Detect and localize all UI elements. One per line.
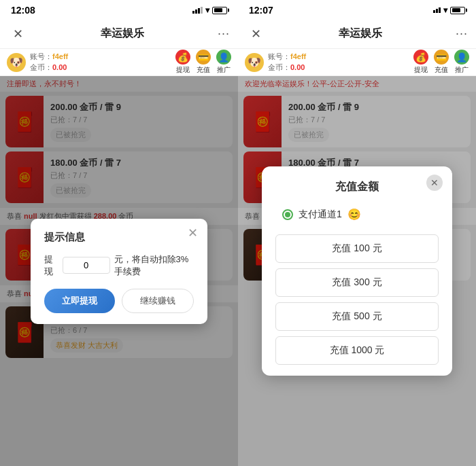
right-app-bar: ✕ 幸运娱乐 ··· — [238, 19, 476, 49]
channel-emoji: 😊 — [347, 208, 361, 221]
right-signal-icon — [433, 7, 441, 13]
left-close-button[interactable]: ✕ — [8, 26, 27, 41]
right-account: 账号：f4eff — [268, 52, 306, 62]
right-action-btns: 💰 提现 💳 充值 👤 推广 — [413, 50, 469, 75]
recharge-option-500[interactable]: 充值 500 元 — [275, 302, 439, 331]
right-recharge-btn[interactable]: 💳 充值 — [434, 50, 449, 75]
right-time: 12:07 — [249, 5, 273, 16]
immediate-withdraw-button[interactable]: 立即提现 — [44, 289, 115, 313]
recharge-icon: 💳 — [196, 50, 211, 65]
right-user-bar: 🐶 账号：f4eff 金币：0.00 💰 提现 💳 充值 👤 推广 — [238, 49, 476, 76]
dialog-title: 提示信息 — [44, 231, 194, 244]
recharge-options: 充值 100 元 充值 300 元 充值 500 元 充值 1000 元 — [275, 234, 439, 365]
right-panel: 12:07 ▾ ✕ 幸运娱乐 ··· 🐶 账号：f4eff 金币：0.00 — [238, 0, 476, 466]
left-withdraw-btn[interactable]: 💰 提现 — [175, 50, 190, 75]
recharge-option-300[interactable]: 充值 300 元 — [275, 268, 439, 297]
radio-button[interactable] — [282, 209, 293, 220]
left-account: 账号：f4eff — [30, 52, 68, 62]
right-close-button[interactable]: ✕ — [246, 26, 265, 41]
recharge-dialog: 充值金额 ✕ 支付通道1 😊 充值 100 元 充值 300 元 充值 500 … — [262, 166, 452, 376]
left-promo-btn[interactable]: 👤 推广 — [216, 50, 231, 75]
left-user-info: 账号：f4eff 金币：0.00 — [30, 52, 68, 73]
left-action-btns: 💰 提现 💳 充值 👤 推广 — [175, 50, 231, 75]
right-withdraw-btn[interactable]: 💰 提现 — [413, 50, 428, 75]
right-promo-btn[interactable]: 👤 推广 — [454, 50, 469, 75]
left-app-title: 幸运娱乐 — [27, 26, 218, 41]
right-recharge-icon: 💳 — [434, 50, 449, 65]
right-promo-icon: 👤 — [454, 50, 469, 65]
left-user-bar: 🐶 账号：f4eff 金币：0.00 💰 提现 💳 充值 👤 推广 — [0, 49, 238, 76]
left-dialog-overlay: 提示信息 ✕ 提现 元，将自动扣除3%手续费 立即提现 继续赚钱 — [0, 76, 238, 466]
recharge-close-button[interactable]: ✕ — [426, 175, 443, 191]
recharge-dialog-title: 充值金额 — [275, 180, 439, 194]
dialog-actions: 立即提现 继续赚钱 — [44, 289, 194, 313]
right-menu-button[interactable]: ··· — [456, 26, 468, 41]
left-coins: 金币：0.00 — [30, 62, 68, 73]
left-status-bar: 12:08 ▾ — [0, 0, 238, 19]
promo-icon: 👤 — [216, 50, 231, 65]
signal-icon — [192, 7, 203, 14]
right-battery-icon — [450, 7, 465, 14]
recharge-option-100[interactable]: 充值 100 元 — [275, 234, 439, 263]
channel-label: 支付通道1 — [299, 209, 342, 221]
radio-fill — [285, 212, 290, 217]
left-menu-button[interactable]: ··· — [218, 26, 230, 41]
right-user-info: 账号：f4eff 金币：0.00 — [268, 52, 306, 73]
left-status-icons: ▾ — [192, 5, 227, 15]
right-withdraw-icon: 💰 — [413, 50, 428, 65]
left-time: 12:08 — [11, 5, 35, 16]
payment-channel[interactable]: 支付通道1 😊 — [275, 204, 439, 225]
right-avatar: 🐶 — [245, 53, 264, 72]
withdraw-amount-input[interactable] — [63, 257, 110, 274]
left-avatar: 🐶 — [7, 53, 26, 72]
battery-icon — [212, 7, 227, 14]
right-status-bar: 12:07 ▾ — [238, 0, 476, 19]
right-app-title: 幸运娱乐 — [265, 26, 456, 41]
left-app-bar: ✕ 幸运娱乐 ··· — [0, 19, 238, 49]
right-coins: 金币：0.00 — [268, 62, 306, 73]
dialog-body: 提现 元，将自动扣除3%手续费 — [44, 253, 194, 278]
right-wifi-icon: ▾ — [443, 5, 447, 15]
right-status-icons: ▾ — [433, 5, 465, 15]
left-scroll-content: 注册即送，永不封号！ 🧧 200.00 金币 / 雷 9 已抢：7 / 7 已被… — [0, 76, 238, 466]
recharge-option-1000[interactable]: 充值 1000 元 — [275, 336, 439, 365]
dialog-close-button[interactable]: ✕ — [188, 227, 198, 239]
withdraw-dialog: 提示信息 ✕ 提现 元，将自动扣除3%手续费 立即提现 继续赚钱 — [31, 219, 207, 324]
wifi-icon: ▾ — [205, 5, 209, 15]
withdraw-icon: 💰 — [175, 50, 190, 65]
left-panel: 12:08 ▾ ✕ 幸运娱乐 ··· 🐶 账号：f4eff 金币：0.00 — [0, 0, 238, 466]
left-recharge-btn[interactable]: 💳 充值 — [196, 50, 211, 75]
right-scroll-content: 欢迎光临幸运娱乐！公平-公正-公开-安全 🧧 200.00 金币 / 雷 9 已… — [238, 76, 476, 466]
continue-earning-button[interactable]: 继续赚钱 — [122, 289, 194, 313]
